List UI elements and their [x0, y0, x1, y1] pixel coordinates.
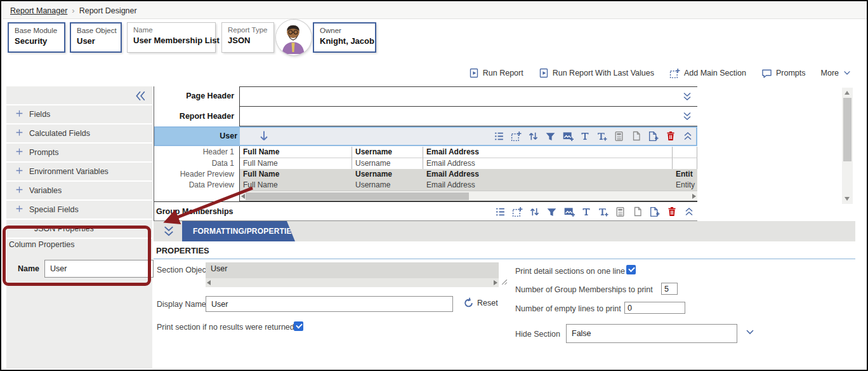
- scroll-left-icon[interactable]: [241, 194, 245, 199]
- section-object-scrollbar[interactable]: [206, 278, 499, 287]
- sidebar-item-fields[interactable]: Fields: [6, 105, 152, 125]
- run-report-last-values-button[interactable]: Run Report With Last Values: [539, 68, 654, 78]
- header1-cell[interactable]: Full Name: [240, 147, 352, 158]
- hide-section-input[interactable]: [566, 324, 737, 343]
- header1-cell[interactable]: Email Address: [423, 147, 673, 158]
- collapse-section-icon[interactable]: [683, 205, 695, 218]
- add-text-icon[interactable]: [596, 130, 608, 142]
- report-type-box[interactable]: Report Type JSON: [221, 22, 274, 53]
- filter-icon[interactable]: [546, 205, 558, 218]
- reset-button[interactable]: Reset: [463, 297, 498, 308]
- run-report-last-values-icon: [539, 68, 549, 78]
- sort-icon[interactable]: [529, 205, 541, 218]
- page-header-band[interactable]: [240, 86, 697, 107]
- column-name-input[interactable]: [44, 260, 154, 278]
- add-page-icon[interactable]: [648, 205, 661, 218]
- report-header-band[interactable]: [240, 107, 697, 126]
- report-name-box[interactable]: Name User Membership List: [127, 22, 216, 53]
- data1-cell[interactable]: Username: [352, 158, 423, 170]
- scroll-right-icon[interactable]: [494, 280, 497, 285]
- sidebar-item-label: JSON Properties: [34, 224, 94, 233]
- prompts-icon: [761, 68, 772, 79]
- header1-cell[interactable]: Username: [352, 147, 423, 158]
- data1-row-label: Data 1: [154, 158, 237, 169]
- scroll-right-icon[interactable]: [692, 194, 696, 199]
- header1-cell-empty[interactable]: [673, 147, 697, 158]
- text-icon[interactable]: [580, 205, 592, 218]
- canvas-vertical-scrollbar[interactable]: [842, 88, 853, 204]
- vertical-scroll-thumb[interactable]: [843, 98, 852, 161]
- add-image-icon[interactable]: [562, 130, 574, 142]
- collapse-section-icon[interactable]: [681, 130, 694, 142]
- sidebar-item-prompts[interactable]: Prompts: [6, 144, 152, 163]
- sidebar-item-variables[interactable]: Variables: [6, 182, 152, 201]
- breadcrumb-report-manager-link[interactable]: Report Manager: [10, 6, 67, 15]
- sidebar-item-calculated-fields[interactable]: Calculated Fields: [6, 125, 152, 144]
- plus-icon: [15, 205, 23, 215]
- collapse-panel-icon[interactable]: [162, 225, 175, 239]
- section-object-field[interactable]: User: [206, 262, 499, 287]
- header1-row-label: Header 1: [154, 147, 237, 158]
- empty-lines-input[interactable]: [624, 302, 685, 314]
- formatting-bar: FORMATTING/PROPERTIES: [154, 221, 855, 241]
- add-subsection-icon[interactable]: [511, 205, 523, 218]
- owner-box[interactable]: Owner Knight, Jacob: [313, 22, 376, 53]
- properties-divider: [154, 259, 855, 259]
- more-label: More: [821, 69, 839, 78]
- sort-icon[interactable]: [527, 130, 539, 142]
- plus-icon: [15, 128, 23, 138]
- base-module-label: Base Module: [15, 27, 58, 34]
- hide-section-chevron-icon[interactable]: [745, 327, 755, 339]
- calculator-icon[interactable]: [614, 205, 626, 218]
- scroll-up-icon[interactable]: [845, 91, 850, 95]
- sidebar-item-json-properties[interactable]: JSON Properties: [6, 220, 152, 239]
- add-text-icon[interactable]: [597, 205, 609, 218]
- resize-grip-icon[interactable]: [501, 278, 508, 287]
- sidebar-item-special-fields[interactable]: Special Fields: [6, 201, 152, 220]
- page-icon[interactable]: [631, 205, 643, 218]
- base-object-box[interactable]: Base Object User: [70, 22, 122, 53]
- owner-avatar: [276, 20, 312, 55]
- text-icon[interactable]: [579, 130, 591, 142]
- group-memberships-section-row[interactable]: Group Memberships: [154, 201, 697, 221]
- column-list-icon[interactable]: [494, 205, 506, 218]
- print-detail-checkbox[interactable]: [626, 265, 636, 274]
- column-properties-header: Column Properties: [6, 239, 152, 248]
- expand-page-header-icon[interactable]: [682, 91, 692, 104]
- sidebar-item-environment-variables[interactable]: Environment Variables: [6, 163, 152, 182]
- display-name-input[interactable]: [206, 296, 453, 312]
- scroll-left-icon[interactable]: [207, 280, 211, 285]
- base-module-box[interactable]: Base Module Security: [8, 22, 65, 53]
- report-designer-window: Report Manager › Report Designer Base Mo…: [0, 0, 868, 371]
- horizontal-scroll-thumb[interactable]: [246, 192, 469, 200]
- data1-cell-empty[interactable]: [673, 158, 697, 170]
- sidebar-item-label: Special Fields: [29, 205, 79, 214]
- add-page-icon[interactable]: [647, 130, 659, 142]
- run-report-last-values-label: Run Report With Last Values: [553, 69, 654, 78]
- column-list-icon[interactable]: [493, 130, 505, 142]
- group-count-input[interactable]: [661, 283, 678, 295]
- prompts-button[interactable]: Prompts: [761, 68, 806, 79]
- add-main-section-button[interactable]: Add Main Section: [669, 68, 746, 79]
- scroll-down-icon[interactable]: [845, 197, 850, 201]
- table-horizontal-scrollbar[interactable]: [240, 191, 697, 201]
- run-report-button[interactable]: Run Report: [469, 68, 523, 78]
- data1-cell[interactable]: Email Address: [423, 158, 673, 170]
- more-menu-button[interactable]: More: [821, 69, 852, 78]
- data1-cell[interactable]: Full Name: [240, 158, 352, 170]
- user-section-row[interactable]: User: [154, 126, 697, 146]
- add-subsection-icon[interactable]: [510, 130, 522, 142]
- add-image-icon[interactable]: [563, 205, 575, 218]
- print-section-checkbox[interactable]: [294, 321, 303, 331]
- expand-report-header-icon[interactable]: [682, 111, 692, 123]
- tab-formatting-properties[interactable]: FORMATTING/PROPERTIES: [182, 221, 295, 241]
- move-down-icon[interactable]: [258, 130, 270, 144]
- print-detail-label: Print detail sections on one line: [515, 267, 625, 276]
- page-icon[interactable]: [630, 130, 642, 142]
- filter-icon[interactable]: [544, 130, 556, 142]
- trash-icon[interactable]: [666, 205, 678, 218]
- calculator-icon[interactable]: [613, 130, 625, 142]
- report-name-value: User Membership List: [133, 36, 209, 45]
- trash-icon[interactable]: [664, 130, 676, 142]
- collapse-sidebar-icon[interactable]: [135, 90, 146, 104]
